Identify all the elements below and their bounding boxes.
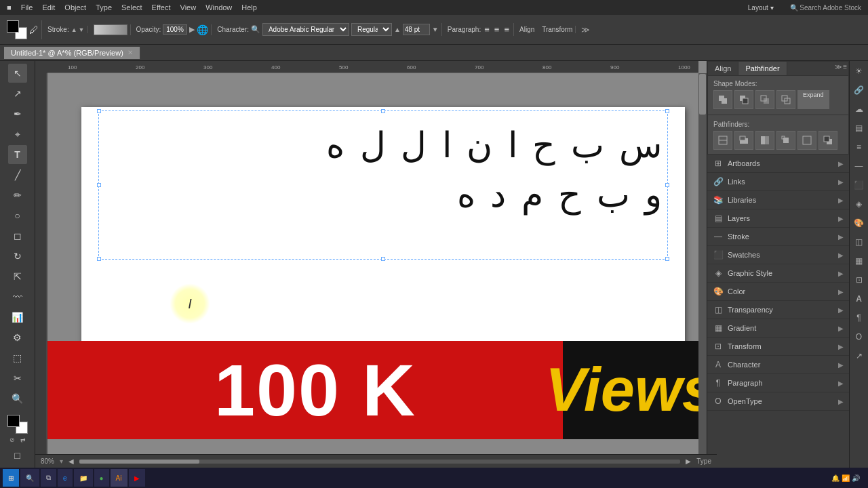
char-strip-icon[interactable]: A (852, 291, 867, 306)
panel-item-libraries[interactable]: 📚 Libraries ▶ (707, 191, 849, 209)
explorer-btn[interactable]: 📁 (74, 469, 93, 487)
transparency-strip-icon[interactable]: ◫ (852, 235, 867, 249)
graphic-strip-icon[interactable]: ◈ (852, 197, 867, 211)
scale-tool[interactable]: ⇱ (8, 267, 27, 286)
align-right-btn[interactable]: ≡ (502, 23, 511, 36)
rotate-tool[interactable]: ↻ (8, 247, 27, 266)
slice-tool[interactable]: ✂ (8, 369, 27, 388)
scroll-track[interactable] (79, 460, 680, 464)
expand-btn[interactable]: Expand (797, 90, 829, 109)
minus-front-btn[interactable] (734, 90, 753, 109)
pathfinder-tab[interactable]: Pathfinder (738, 62, 787, 75)
menu-type[interactable]: Type (92, 2, 116, 13)
align-left-btn[interactable]: ≡ (483, 23, 491, 36)
panel-item-links[interactable]: 🔗 Links ▶ (707, 173, 849, 191)
edge-btn[interactable]: e (58, 469, 73, 487)
panel-item-transparency[interactable]: ◫ Transparency ▶ (707, 301, 849, 319)
zoom-dropdown[interactable]: ▾ (60, 458, 63, 465)
menu-help[interactable]: Help (237, 2, 261, 13)
handle-ml[interactable] (97, 183, 101, 187)
panel-item-layers[interactable]: ▤ Layers ▶ (707, 209, 849, 228)
handle-tl[interactable] (97, 109, 101, 113)
scrollbar-vertical[interactable] (698, 73, 707, 480)
menu-ai[interactable]: ■ (3, 2, 16, 13)
panel-item-opentype[interactable]: O OpenType ▶ (707, 392, 849, 411)
menu-select[interactable]: Select (117, 2, 146, 13)
artboard-tool[interactable]: ⬚ (8, 348, 27, 367)
menu-file[interactable]: File (17, 2, 37, 13)
menu-view[interactable]: View (176, 2, 201, 13)
transform-strip-icon[interactable]: ⊡ (852, 272, 867, 287)
tab-close-btn[interactable]: ✕ (127, 49, 133, 56)
minus-back-btn[interactable] (818, 131, 837, 150)
menu-effect[interactable]: Effect (148, 2, 175, 13)
exclude-btn[interactable] (776, 90, 795, 109)
panel-item-gradient[interactable]: ▦ Gradient ▶ (707, 319, 849, 338)
line-tool[interactable]: ╱ (8, 165, 27, 184)
panel-item-graphic[interactable]: ◈ Graphic Style ▶ (707, 264, 849, 283)
handle-mr[interactable] (665, 183, 669, 187)
handle-br[interactable] (665, 257, 669, 261)
menu-object[interactable]: Object (60, 2, 90, 13)
illustrator-taskbar-btn[interactable]: Ai (111, 469, 127, 487)
tab-untitled[interactable]: Untitled-1* @ A*% (RGB/Preview) ✕ (4, 47, 140, 59)
workspace-dropdown[interactable]: Layout ▾ (744, 3, 778, 13)
font-dropdown[interactable]: Adobe Arabic Regular (262, 23, 349, 36)
crop-btn[interactable] (776, 131, 795, 150)
blob-tool[interactable]: ○ (8, 206, 27, 225)
search-btn[interactable]: 🔍 (20, 469, 39, 487)
menu-window[interactable]: Window (201, 2, 236, 13)
foreground-color-swatch[interactable] (7, 20, 19, 33)
layers-icon-strip[interactable]: ▤ (852, 121, 867, 136)
handle-bl[interactable] (97, 257, 101, 261)
screen-mode-btn[interactable]: □ (8, 446, 27, 465)
swap-icon[interactable]: ⇄ (18, 435, 28, 445)
pen-tool[interactable]: ✒ (8, 104, 27, 123)
symbol-tool[interactable]: ⚙ (8, 328, 27, 347)
trim-btn[interactable] (734, 131, 753, 150)
divide-btn[interactable] (713, 131, 732, 150)
sun-icon[interactable]: ☀ (852, 64, 867, 79)
para-strip-icon[interactable]: ¶ (852, 310, 867, 325)
opacity-expand[interactable]: ▶ (189, 25, 195, 34)
cloud-icon[interactable]: ☁ (852, 102, 867, 117)
stroke-up-arrow[interactable]: ▲ (71, 26, 77, 33)
color-swatches[interactable] (7, 20, 27, 39)
opacity-input[interactable] (163, 24, 187, 35)
start-btn[interactable]: ⊞ (3, 469, 19, 487)
swatches-strip-icon[interactable]: ⬛ (852, 178, 867, 192)
align-tab[interactable]: Align (708, 62, 738, 75)
gradient-preview[interactable] (94, 24, 127, 35)
warp-tool[interactable]: 〰 (8, 287, 27, 306)
gradient-strip-icon[interactable]: ▦ (852, 253, 867, 268)
panel-menu-icon[interactable]: ≡ (843, 63, 847, 74)
outline-btn[interactable] (797, 131, 816, 150)
panel-options-icon[interactable]: ≫ (581, 25, 590, 35)
link-icon-strip[interactable]: 🔗 (852, 83, 867, 98)
panel-item-transform[interactable]: ⊡ Transform ▶ (707, 338, 849, 356)
paint-tool[interactable]: ✏ (8, 186, 27, 205)
merge-btn[interactable] (755, 131, 774, 150)
font-size-input[interactable] (403, 24, 430, 35)
intersect-btn[interactable] (755, 90, 774, 109)
handle-tr[interactable] (665, 109, 669, 113)
menu-edit[interactable]: Edit (38, 2, 59, 13)
select-tool[interactable]: ↖ (8, 64, 27, 83)
panel-item-paragraph[interactable]: ¶ Paragraph ▶ (707, 374, 849, 392)
graph-tool[interactable]: 📊 (8, 308, 27, 327)
opentype-strip-icon[interactable]: O (852, 329, 867, 344)
scrollbar-thumb-v[interactable] (699, 74, 706, 115)
expand-icon[interactable]: ≫ (835, 63, 842, 74)
panel-item-swatches[interactable]: ⬛ Swatches ▶ (707, 246, 849, 264)
type-tool[interactable]: T (8, 145, 27, 164)
stroke-down-arrow[interactable]: ▼ (79, 26, 85, 33)
scroll-thumb[interactable] (79, 460, 199, 464)
panel-item-color[interactable]: 🎨 Color ▶ (707, 283, 849, 301)
panel-item-character[interactable]: A Character ▶ (707, 356, 849, 374)
font-style-dropdown[interactable]: Regular (351, 23, 392, 36)
none-icon[interactable]: ⊘ (7, 435, 17, 445)
panel-item-stroke[interactable]: — Stroke ▶ (707, 228, 849, 246)
tool-color-swatches[interactable] (7, 415, 28, 434)
search-stock[interactable]: 🔍 Search Adobe Stock (786, 3, 865, 13)
taskview-btn[interactable]: ⧉ (41, 469, 56, 487)
